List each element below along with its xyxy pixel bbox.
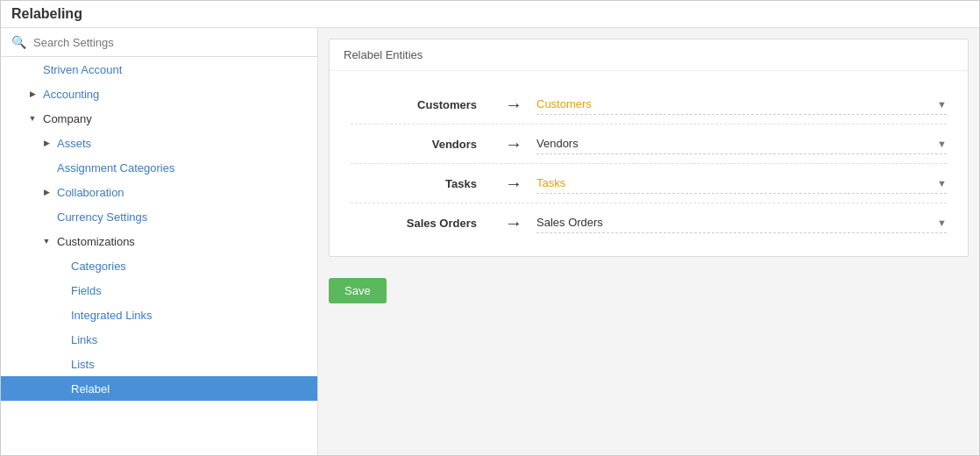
toggle-collaboration[interactable] bbox=[39, 185, 53, 199]
save-area: Save bbox=[318, 267, 979, 314]
window-title: Relabeling bbox=[11, 6, 82, 21]
section-title: Relabel Entities bbox=[330, 39, 968, 71]
sidebar-item-links[interactable]: Links bbox=[1, 327, 317, 352]
content-area: Relabel Entities CustomersCustomers▼Vend… bbox=[318, 28, 979, 455]
search-input[interactable] bbox=[33, 36, 307, 49]
sidebar-label-lists: Lists bbox=[71, 358, 307, 371]
entity-value-tasks: Tasks bbox=[536, 176, 565, 189]
sidebar-label-collaboration: Collaboration bbox=[57, 186, 307, 199]
sidebar: 🔍 Striven AccountAccountingCompanyAssets… bbox=[1, 28, 318, 455]
dropdown-arrow-tasks: ▼ bbox=[937, 178, 947, 189]
sidebar-item-customizations: Customizations bbox=[1, 229, 317, 253]
sidebar-label-assignment-categories: Assignment Categories bbox=[57, 161, 307, 175]
search-bar: 🔍 bbox=[1, 28, 317, 57]
sidebar-item-currency-settings[interactable]: Currency Settings bbox=[1, 204, 317, 229]
entity-dropdown-vendors[interactable]: Vendors▼ bbox=[536, 133, 947, 154]
dropdown-arrow-sales-orders: ▼ bbox=[937, 217, 947, 228]
entity-arrow-sales-orders bbox=[505, 213, 522, 233]
sidebar-item-lists[interactable]: Lists bbox=[1, 352, 317, 376]
sidebar-item-relabel[interactable]: Relabel bbox=[1, 376, 317, 401]
sidebar-label-links: Links bbox=[71, 333, 307, 346]
entity-dropdown-customers[interactable]: Customers▼ bbox=[536, 94, 947, 115]
relabel-section: Relabel Entities CustomersCustomers▼Vend… bbox=[329, 39, 969, 257]
sidebar-item-integrated-links[interactable]: Integrated Links bbox=[1, 303, 317, 327]
dropdown-arrow-vendors: ▼ bbox=[937, 139, 947, 149]
sidebar-label-customizations: Customizations bbox=[57, 235, 307, 248]
entity-row-tasks: TasksTasks▼ bbox=[351, 164, 947, 203]
entity-value-customers: Customers bbox=[536, 97, 592, 110]
sidebar-item-accounting[interactable]: Accounting bbox=[1, 82, 317, 106]
entity-arrow-vendors bbox=[505, 134, 522, 154]
entity-value-vendors: Vendors bbox=[536, 137, 579, 150]
search-icon: 🔍 bbox=[11, 35, 26, 49]
save-button[interactable]: Save bbox=[329, 278, 387, 303]
entity-dropdown-sales-orders[interactable]: Sales Orders▼ bbox=[536, 212, 947, 233]
dropdown-arrow-customers: ▼ bbox=[937, 99, 947, 110]
sidebar-item-company: Company bbox=[1, 106, 317, 131]
sidebar-item-collaboration[interactable]: Collaboration bbox=[1, 180, 317, 204]
sidebar-label-fields: Fields bbox=[71, 284, 307, 297]
entity-label-customers: Customers bbox=[351, 98, 491, 111]
toggle-assets[interactable] bbox=[39, 136, 53, 150]
sidebar-label-assets: Assets bbox=[57, 137, 307, 150]
sidebar-item-categories[interactable]: Categories bbox=[1, 253, 317, 278]
sidebar-label-categories: Categories bbox=[71, 260, 307, 273]
sidebar-label-company: Company bbox=[43, 112, 307, 125]
entity-label-sales-orders: Sales Orders bbox=[351, 217, 491, 230]
nav-tree: Striven AccountAccountingCompanyAssetsAs… bbox=[1, 57, 317, 455]
sidebar-label-accounting: Accounting bbox=[43, 88, 307, 101]
sidebar-item-assets[interactable]: Assets bbox=[1, 131, 317, 155]
entity-label-vendors: Vendors bbox=[351, 138, 491, 151]
main-window: Relabeling 🔍 Striven AccountAccountingCo… bbox=[0, 0, 980, 456]
entity-label-tasks: Tasks bbox=[351, 177, 491, 190]
entities-table: CustomersCustomers▼VendorsVendors▼TasksT… bbox=[330, 71, 968, 256]
toggle-customizations[interactable] bbox=[39, 234, 53, 248]
main-layout: 🔍 Striven AccountAccountingCompanyAssets… bbox=[1, 28, 979, 455]
entity-row-customers: CustomersCustomers▼ bbox=[351, 85, 947, 125]
entity-arrow-tasks bbox=[505, 174, 522, 194]
sidebar-item-fields[interactable]: Fields bbox=[1, 278, 317, 303]
toggle-company[interactable] bbox=[25, 111, 39, 125]
sidebar-item-striven-account[interactable]: Striven Account bbox=[1, 57, 317, 82]
sidebar-label-currency-settings: Currency Settings bbox=[57, 210, 307, 224]
sidebar-item-assignment-categories[interactable]: Assignment Categories bbox=[1, 155, 317, 180]
entity-value-sales-orders: Sales Orders bbox=[536, 216, 603, 229]
entity-arrow-customers bbox=[505, 95, 522, 115]
sidebar-label-integrated-links: Integrated Links bbox=[71, 309, 307, 322]
sidebar-label-relabel: Relabel bbox=[71, 382, 307, 395]
entity-dropdown-tasks[interactable]: Tasks▼ bbox=[536, 173, 947, 194]
title-bar: Relabeling bbox=[1, 1, 979, 28]
sidebar-label-striven-account: Striven Account bbox=[43, 63, 307, 76]
toggle-accounting[interactable] bbox=[25, 87, 39, 101]
entity-row-vendors: VendorsVendors▼ bbox=[351, 125, 947, 164]
entity-row-sales-orders: Sales OrdersSales Orders▼ bbox=[351, 203, 947, 242]
